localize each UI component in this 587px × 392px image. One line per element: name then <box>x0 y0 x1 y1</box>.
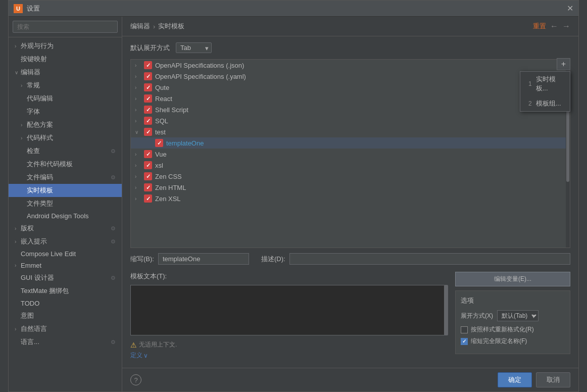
expand-option-row: 展开方式(X) 默认(Tab) Tab Enter <box>461 310 565 321</box>
tree-item-qute[interactable]: › Qute <box>131 82 566 93</box>
shorten-checkbox[interactable] <box>461 338 468 345</box>
sidebar-item-keymap[interactable]: 按键映射 <box>9 53 122 66</box>
breadcrumb-actions: 重置 ← → <box>533 22 570 31</box>
nav-forward-button[interactable]: → <box>562 22 570 31</box>
sidebar-item-font[interactable]: 字体 <box>9 105 122 118</box>
sidebar-item-file-types[interactable]: 文件类型 <box>9 197 122 210</box>
tree-item-openapi-json[interactable]: › OpenAPI Specifications (.json) <box>131 60 566 71</box>
dialog: U 设置 ✕ › 外观与行为 按键映射 ∨ 编辑 <box>8 0 579 392</box>
tree-checkbox[interactable] <box>144 61 152 69</box>
sidebar-item-color-scheme[interactable]: › 配色方案 <box>9 118 122 131</box>
sidebar-item-live-templates[interactable]: 实时模板 <box>9 184 122 197</box>
drag-handle[interactable] <box>444 285 448 335</box>
sidebar-item-todo[interactable]: TODO <box>9 298 122 309</box>
sidebar-item-natural-lang[interactable]: › 自然语言 <box>9 322 122 335</box>
tree-checkbox[interactable] <box>155 139 163 147</box>
chevron-down-icon: ∨ <box>143 352 148 359</box>
sidebar-item-code-editing[interactable]: 代码编辑 <box>9 92 122 105</box>
tree-checkbox[interactable] <box>144 194 152 203</box>
sidebar-item-appearance[interactable]: › 外观与行为 <box>9 39 122 53</box>
sidebar-item-general[interactable]: › 常规 <box>9 79 122 92</box>
settings-icon: ⚙ <box>111 275 116 281</box>
chevron-right-icon: › <box>21 122 25 128</box>
sidebar-item-gui-designer[interactable]: GUI 设计器 ⚙ <box>9 271 122 284</box>
tree-item-react[interactable]: › React <box>131 93 566 104</box>
tree-item-sql[interactable]: › SQL <box>131 115 566 126</box>
add-live-template-item[interactable]: 1 实时模板... <box>520 72 570 96</box>
chevron-right-icon: › <box>15 43 19 49</box>
ok-button[interactable]: 确定 <box>498 372 532 387</box>
footer-bar: ? 确定 取消 <box>122 368 578 391</box>
reformat-checkbox[interactable] <box>461 326 468 333</box>
sidebar-item-android-design-tools[interactable]: Android Design Tools <box>9 210 122 222</box>
sidebar-item-language[interactable]: 语言... ⚙ <box>9 335 122 349</box>
template-textarea[interactable] <box>130 285 445 335</box>
dropdown-num: 2 <box>528 100 532 107</box>
add-template-group-item[interactable]: 2 模板组... <box>520 96 570 111</box>
nav-back-button[interactable]: ← <box>550 22 558 31</box>
tree-expand-icon: › <box>135 96 141 102</box>
sidebar-item-intentions[interactable]: 意图 <box>9 309 122 322</box>
tree-checkbox[interactable] <box>144 172 152 180</box>
add-button-area: + 1 实时模板... 2 模板组... <box>557 58 570 70</box>
sidebar-item-inlay-hints[interactable]: › 嵌入提示 ⚙ <box>9 235 122 248</box>
tree-item-zen-css[interactable]: › Zen CSS <box>131 171 566 182</box>
desc-input[interactable] <box>289 253 570 265</box>
tree-item-label: OpenAPI Specifications (.json) <box>155 62 562 69</box>
tree-item-xsl[interactable]: › xsl <box>131 160 566 171</box>
tree-expand-icon: › <box>135 163 141 168</box>
expand-option-label: 展开方式(X) <box>461 312 493 320</box>
breadcrumb-parent: 编辑器 <box>130 22 150 31</box>
add-button[interactable]: + <box>557 58 570 70</box>
tree-expand-icon: › <box>135 196 141 202</box>
abbr-input[interactable] <box>158 253 249 265</box>
reset-link[interactable]: 重置 <box>533 22 546 31</box>
tree-item-label: Vue <box>155 151 562 158</box>
tree-item-test[interactable]: ∨ test <box>131 126 566 137</box>
tree-checkbox[interactable] <box>144 183 152 191</box>
tree-expand-icon: › <box>135 63 141 68</box>
sidebar-item-editor[interactable]: ∨ 编辑器 <box>9 66 122 79</box>
tree-item-vue[interactable]: › Vue <box>131 149 566 160</box>
close-button[interactable]: ✕ <box>567 4 573 13</box>
expand-mode-row: 默认展开方式 Tab Enter Space <box>130 42 570 53</box>
sidebar-item-file-code-templates[interactable]: 文件和代码模板 <box>9 158 122 171</box>
reformat-checkbox-row[interactable]: 按照样式重新格式化(R) <box>461 325 565 334</box>
edit-vars-button[interactable]: 编辑变量(E)... <box>455 272 570 286</box>
tree-checkbox[interactable] <box>144 83 152 91</box>
tree-item-template-one[interactable]: templateOne <box>131 137 566 149</box>
tree-checkbox[interactable] <box>144 161 152 169</box>
cancel-button[interactable]: 取消 <box>536 372 570 387</box>
tree-checkbox[interactable] <box>144 128 152 136</box>
reformat-label: 按照样式重新格式化(R) <box>471 325 534 334</box>
define-link[interactable]: 定义 ∨ <box>130 351 445 360</box>
tree-checkbox[interactable] <box>144 117 152 125</box>
expand-mode-select-wrapper: Tab Enter Space <box>176 42 212 53</box>
expand-mode-select[interactable]: Tab Enter Space <box>176 42 212 53</box>
expand-mode-label: 默认展开方式 <box>130 43 170 53</box>
help-icon[interactable]: ? <box>130 374 141 385</box>
tree-checkbox[interactable] <box>144 72 152 80</box>
sidebar-item-inspections[interactable]: 检查 ⚙ <box>9 144 122 158</box>
search-input[interactable] <box>13 21 118 33</box>
tree-expand-icon: › <box>135 185 141 190</box>
sidebar-item-textmate[interactable]: TextMate 捆绑包 <box>9 284 122 298</box>
settings-icon: ⚙ <box>111 339 116 346</box>
tree-checkbox[interactable] <box>144 106 152 114</box>
tree-checkbox[interactable] <box>144 150 152 158</box>
sidebar-item-copyright[interactable]: › 版权 ⚙ <box>9 222 122 235</box>
sidebar-item-code-style[interactable]: › 代码样式 <box>9 131 122 144</box>
sidebar-item-compose-live-edit[interactable]: Compose Live Edit <box>9 248 122 260</box>
tree-item-zen-html[interactable]: › Zen HTML <box>131 182 566 193</box>
tree-item-shell-script[interactable]: › Shell Script <box>131 104 566 115</box>
expand-option-select[interactable]: 默认(Tab) Tab Enter <box>497 310 539 321</box>
sidebar-item-emmet[interactable]: › Emmet <box>9 260 122 271</box>
shorten-checkbox-row[interactable]: 缩短完全限定名称(F) <box>461 337 565 346</box>
settings-icon: ⚙ <box>111 225 116 232</box>
template-textarea-wrapper <box>130 285 445 335</box>
tree-item-zen-xsl[interactable]: › Zen XSL <box>131 193 566 204</box>
tree-item-openapi-yaml[interactable]: › OpenAPI Specifications (.yaml) <box>131 71 566 82</box>
tree-checkbox[interactable] <box>144 94 152 103</box>
sidebar-item-file-encoding[interactable]: 文件编码 ⚙ <box>9 171 122 184</box>
tree-item-label: React <box>155 95 562 103</box>
